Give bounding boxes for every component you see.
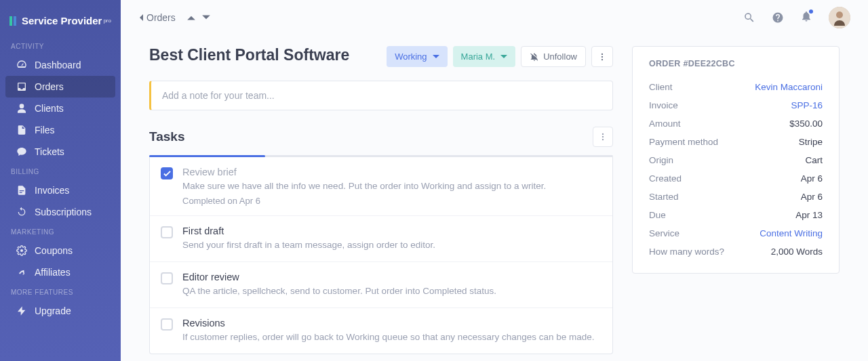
chevron-up-icon[interactable] [186, 13, 196, 22]
task-item: Editor review QA the article, spellcheck… [150, 262, 612, 308]
tasks-header: Tasks [149, 127, 613, 147]
order-label: Amount [649, 119, 681, 129]
user-avatar[interactable] [829, 7, 850, 28]
order-label: Due [649, 210, 666, 220]
task-checkbox[interactable] [161, 167, 173, 179]
svg-point-7 [602, 136, 604, 137]
tasks-menu-button[interactable] [593, 127, 613, 147]
gear-icon [16, 245, 27, 256]
nav-tickets[interactable]: Tickets [5, 141, 115, 163]
svg-point-6 [602, 133, 604, 135]
order-header: ORDER #DEE22CBC [649, 59, 823, 68]
note-input[interactable]: Add a note for your team... [149, 81, 613, 110]
document-icon [16, 185, 27, 196]
nav-arrows [186, 13, 211, 22]
order-label: How many words? [649, 247, 724, 257]
header-row: Best Client Portal Software Working Mari… [149, 46, 613, 67]
task-checkbox[interactable] [161, 318, 173, 331]
task-desc: Make sure we have all the info we need. … [182, 180, 601, 193]
order-label: Origin [649, 155, 673, 165]
notification-dot [808, 8, 814, 15]
topbar-right [743, 7, 850, 28]
breadcrumb-text: Orders [146, 12, 176, 23]
task-title: Review brief [182, 167, 601, 177]
breadcrumb-back[interactable]: Orders [138, 12, 176, 23]
order-label: Client [649, 82, 673, 92]
order-label: Invoice [649, 100, 678, 110]
svg-point-2 [836, 12, 843, 18]
task-desc: If customer replies, order will go back … [182, 331, 601, 344]
nav-coupons-label: Coupons [35, 245, 73, 256]
svg-point-3 [601, 53, 603, 54]
task-item: Review brief Make sure we have all the i… [150, 157, 612, 216]
order-row: CreatedApr 6 [649, 169, 823, 188]
nav-invoices[interactable]: Invoices [5, 179, 115, 201]
nav-tickets-label: Tickets [35, 146, 64, 157]
order-value[interactable]: Kevin Maccaroni [755, 82, 823, 92]
nav-orders[interactable]: Orders [5, 76, 115, 98]
task-desc: Send your first draft in a team message,… [182, 239, 601, 252]
order-value[interactable]: SPP-16 [791, 100, 823, 110]
nav-orders-label: Orders [35, 81, 64, 92]
task-meta: Completed on Apr 6 [182, 196, 601, 206]
chevron-down-icon [500, 54, 507, 60]
brand-logo-icon [9, 16, 16, 26]
search-icon[interactable] [743, 12, 755, 24]
help-icon[interactable] [772, 12, 784, 24]
refresh-icon [16, 207, 27, 217]
breadcrumb: Orders [138, 12, 211, 23]
section-billing: BILLING [0, 163, 121, 179]
order-label: Created [649, 173, 682, 184]
task-title: First draft [182, 226, 601, 236]
nav-clients-label: Clients [35, 103, 64, 114]
order-value[interactable]: Content Writing [760, 228, 823, 238]
dots-vertical-icon [597, 52, 607, 62]
inbox-icon [16, 81, 27, 92]
brand-name: Service Provider [22, 15, 102, 26]
nav-upgrade-label: Upgrade [35, 305, 71, 316]
status-dropdown[interactable]: Working [387, 46, 447, 67]
task-checkbox[interactable] [161, 272, 173, 284]
svg-point-8 [602, 139, 604, 140]
nav-dashboard[interactable]: Dashboard [5, 54, 115, 76]
nav-coupons[interactable]: Coupons [5, 240, 115, 261]
tasks-title: Tasks [149, 129, 184, 144]
nav-files-label: Files [35, 125, 55, 135]
order-row: OriginCart [649, 151, 823, 169]
nav-upgrade[interactable]: Upgrade [5, 300, 115, 322]
task-desc: QA the article, spellcheck, send to cust… [182, 285, 601, 298]
user-icon [16, 103, 27, 114]
content: Best Client Portal Software Working Mari… [121, 35, 868, 361]
section-activity: ACTIVITY [0, 37, 121, 54]
check-icon [163, 170, 171, 177]
logo[interactable]: Service Provider pro [0, 11, 121, 37]
order-row: StartedApr 6 [649, 188, 823, 206]
unfollow-button[interactable]: Unfollow [521, 46, 586, 67]
nav-affiliates[interactable]: Affiliates [5, 261, 115, 283]
sidebar: Service Provider pro ACTIVITY Dashboard … [0, 0, 121, 361]
header-actions: Working Maria M. Unfollow [387, 46, 613, 67]
order-row: DueApr 13 [649, 206, 823, 224]
note-placeholder: Add a note for your team... [162, 90, 275, 101]
chevron-down-icon [433, 54, 439, 60]
nav-clients[interactable]: Clients [5, 98, 115, 119]
chat-icon [16, 146, 27, 157]
more-actions-button[interactable] [591, 46, 613, 67]
chevron-left-icon [138, 14, 144, 22]
chevron-down-icon[interactable] [201, 13, 211, 22]
nav-subscriptions-label: Subscriptions [35, 207, 92, 217]
assignee-dropdown[interactable]: Maria M. [453, 46, 516, 67]
nav-subscriptions[interactable]: Subscriptions [5, 201, 115, 223]
content-main: Best Client Portal Software Working Mari… [149, 46, 613, 354]
assignee-label: Maria M. [461, 51, 496, 62]
svg-point-4 [601, 56, 603, 57]
task-item: Revisions If customer replies, order wil… [150, 308, 612, 354]
task-checkbox[interactable] [161, 226, 173, 238]
order-value: Cart [805, 155, 823, 165]
nav-files[interactable]: Files [5, 119, 115, 141]
notifications-button[interactable] [800, 10, 812, 25]
svg-point-5 [601, 58, 603, 60]
order-value: Apr 6 [801, 173, 823, 184]
gauge-icon [16, 60, 27, 70]
order-row: How many words?2,000 Words [649, 242, 823, 261]
